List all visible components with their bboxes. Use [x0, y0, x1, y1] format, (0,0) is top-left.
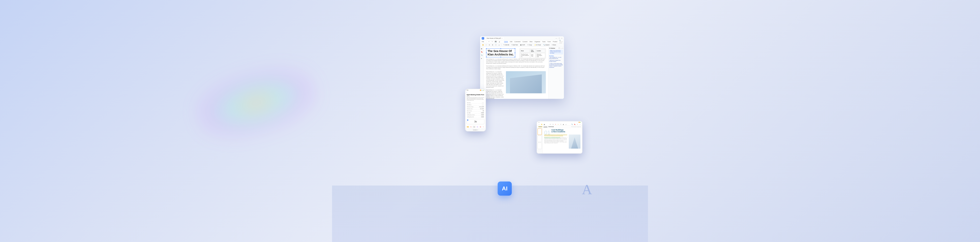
add-text-button[interactable]: T Add Text — [511, 44, 519, 46]
file-menu[interactable]: File — [482, 41, 484, 42]
paragraph-1: Klan Architects Inc., is a mid-sized arc… — [486, 59, 546, 64]
more-button[interactable]: ≡ More — [551, 44, 557, 46]
strikethrough-button[interactable]: Aa — [479, 126, 482, 127]
mobile-bottom-bar: Comment ▾ — [465, 129, 485, 131]
back-button[interactable]: ‹ — [466, 92, 467, 93]
toolbar: ✋ ⬚ ⊖ ⊕ ⛶ ▭ ✎ Edit All T Add Text ▦ OCR … — [480, 43, 564, 47]
menu-view[interactable]: View — [530, 41, 533, 42]
strikethrough-option[interactable]: Strikethrough — [549, 126, 554, 127]
undo-icon[interactable]: ↶ — [488, 41, 490, 43]
zoom-in-icon[interactable]: ⊕ — [492, 44, 494, 46]
pen-icon[interactable]: ✎ — [555, 123, 557, 125]
ai-sidebar-title: AI Sidebar — [549, 48, 555, 49]
fit-page-icon[interactable]: ▭ — [498, 44, 500, 46]
search-button[interactable]: 🔍 Search — [543, 44, 550, 46]
files-icon[interactable]: 📁 — [541, 123, 542, 125]
print-icon[interactable]: 🖨 — [499, 41, 500, 42]
search-icon[interactable]: 🔍 — [571, 123, 573, 125]
pen-tool-button[interactable]: ✎ — [482, 126, 484, 127]
signature-handle[interactable] — [467, 119, 468, 121]
ai-expand-icon[interactable]: ⛶ — [559, 48, 560, 49]
bookmarks-icon[interactable]: 🔖 — [481, 51, 483, 53]
menu-comment[interactable]: Comment — [514, 41, 520, 42]
thumbnail-page-3[interactable] — [538, 143, 542, 149]
tablet-device: 9:41 📶 🔋 ⌂ 📁 ▦ ↶ ↷ ✎ ✏ T ◐ ◇ 🔍 🔖 ↗ ⋯ Hig… — [536, 121, 582, 154]
ocr-button[interactable]: ▦ OCR — [520, 44, 525, 46]
tablet-status-icons: 📶 🔋 — [579, 122, 581, 123]
menu-tools[interactable]: Tools — [542, 41, 546, 42]
table-row: Swift/Key Account No.CANAME — [467, 116, 484, 118]
table-row: Bank IBANCANAME — [467, 112, 484, 114]
dropdown-icon[interactable]: ▾ — [477, 129, 478, 131]
more-tools-button[interactable]: ⋯ — [485, 126, 486, 127]
home-icon[interactable]: ⌂ — [538, 123, 540, 125]
ai-close-icon[interactable]: × — [562, 48, 563, 49]
undo-icon[interactable]: ↶ — [549, 123, 551, 125]
ai-app-icon[interactable]: AI — [498, 182, 512, 196]
bookmark-icon[interactable]: 🔖 — [574, 123, 576, 125]
select-tool-icon[interactable]: ⬚ — [485, 44, 487, 46]
menu-convert[interactable]: Convert — [522, 41, 528, 42]
maximize-button[interactable]: □ — [559, 37, 560, 39]
left-column-text: Klan Architects Inc., is a mid-sized arc… — [486, 71, 504, 99]
highlight-option[interactable]: Highlight — [538, 126, 542, 127]
minimize-button[interactable]: — — [555, 37, 557, 39]
tab-close-icon[interactable]: × — [501, 37, 503, 39]
tablet-document[interactable]: 01 Cool Buildings& Nice Gradients Housed… — [542, 128, 582, 153]
essential-label: The Essential Components — [571, 126, 581, 127]
signature-field[interactable]: Jn — [467, 119, 484, 124]
window-controls: — □ × — [555, 37, 562, 39]
menu-organize[interactable]: Organize — [535, 41, 540, 42]
zoom-out-icon[interactable]: ⊖ — [488, 44, 491, 46]
underline-option[interactable]: Underline — [544, 126, 547, 127]
titlebar: P Sea House of Klan.pdf × — □ × — [480, 36, 564, 40]
redo-icon[interactable]: ↷ — [552, 123, 554, 125]
text-box-button[interactable]: Aa — [473, 126, 476, 128]
banking-details-table: Bank Name——— Bank Address——— Bank Accoun… — [467, 102, 484, 118]
thumbnail-page-1[interactable] — [538, 129, 542, 135]
menu-protect[interactable]: Protect — [553, 41, 557, 42]
share-icon[interactable]: ↗ — [576, 123, 578, 125]
ai-tools-button[interactable]: ✨ AI Tools — [534, 44, 542, 46]
ai-summary-label: Summary — [549, 55, 563, 56]
more-icon[interactable]: ⋯ — [579, 123, 581, 125]
document-canvas[interactable]: The Sea House Of Klan Architects Inc. Na… — [484, 47, 548, 99]
tablet-format-bar: Highlight Underline Strikethrough The Es… — [537, 126, 582, 128]
ai-sidebar-panel: AI Sidebar ⛶ — × Hello! I'm your persona… — [548, 47, 564, 99]
signature-ink: Jn — [474, 120, 477, 123]
thumbnails-icon[interactable]: ▦ — [481, 48, 483, 50]
tablet-thumbnail-panel — [537, 128, 542, 153]
highlighter-icon[interactable]: ✏ — [557, 123, 559, 125]
document-tab[interactable]: Sea House of Klan.pdf × — [485, 37, 504, 40]
highlight-yellow-button[interactable]: Aa — [467, 126, 469, 127]
attachments-icon[interactable]: 📎 — [481, 54, 483, 56]
selected-text-frame[interactable]: The Sea House Of Klan Architects Inc. — [486, 48, 515, 57]
ai-greeting-bubble: Hello! I'm your personal AI assistant. H… — [549, 49, 563, 54]
fit-width-icon[interactable]: ⛶ — [495, 44, 497, 46]
menu-edit[interactable]: Edit — [510, 41, 512, 42]
edit-all-button[interactable]: ✎ Edit All — [503, 44, 510, 46]
tool-search[interactable]: 🔍 Search tools — [559, 40, 563, 43]
menu-form[interactable]: Form — [547, 41, 551, 42]
ai-minimize-icon[interactable]: — — [560, 48, 562, 49]
layers-icon[interactable]: ◈ — [481, 58, 483, 60]
close-button[interactable]: × — [561, 37, 562, 39]
hand-tool-icon[interactable]: ✋ — [482, 44, 484, 46]
save-icon[interactable]: 💾 — [495, 41, 496, 43]
text-icon[interactable]: T — [560, 123, 562, 125]
section-number: 01 — [544, 129, 550, 136]
tab-title: Sea House of Klan.pdf — [487, 38, 501, 39]
crop-button[interactable]: ✂ Crop — [527, 44, 533, 46]
mobile-body-text: Kindly find below banking details for al… — [467, 97, 484, 101]
thumbnail-page-2[interactable] — [538, 135, 542, 142]
text-red-button[interactable]: Aa — [470, 126, 472, 127]
redo-icon[interactable]: ↷ — [492, 41, 493, 43]
shapes-icon[interactable]: ◇ — [565, 123, 567, 125]
mobile-document[interactable]: Agent Banking Details Form Dear Sir, Kin… — [465, 93, 485, 126]
tablet-toolbar: ⌂ 📁 ▦ ↶ ↷ ✎ ✏ T ◐ ◇ 🔍 🔖 ↗ ⋯ — [537, 123, 582, 126]
thumbnails-icon[interactable]: ▦ — [543, 123, 545, 125]
text-purple-button[interactable]: Aa — [476, 126, 479, 127]
menu-home[interactable]: Home — [504, 41, 508, 43]
comment-mode-label[interactable]: Comment — [473, 129, 477, 131]
eraser-icon[interactable]: ◐ — [563, 123, 564, 125]
